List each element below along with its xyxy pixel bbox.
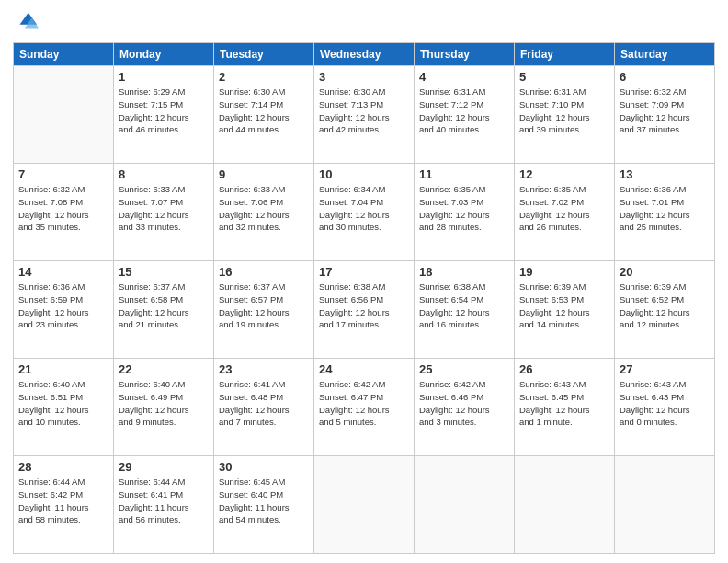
day-detail: Sunrise: 6:40 AM Sunset: 6:49 PM Dayligh… xyxy=(119,378,209,429)
calendar-cell: 26Sunrise: 6:43 AM Sunset: 6:45 PM Dayli… xyxy=(515,359,615,456)
day-number: 15 xyxy=(119,265,209,279)
day-number: 18 xyxy=(419,265,509,279)
day-number: 12 xyxy=(519,167,609,181)
weekday-wednesday: Wednesday xyxy=(314,43,415,66)
day-detail: Sunrise: 6:31 AM Sunset: 7:12 PM Dayligh… xyxy=(419,86,509,136)
day-detail: Sunrise: 6:37 AM Sunset: 6:58 PM Dayligh… xyxy=(119,281,209,331)
calendar-cell: 5Sunrise: 6:31 AM Sunset: 7:10 PM Daylig… xyxy=(515,66,615,164)
day-number: 11 xyxy=(419,167,509,181)
day-number: 8 xyxy=(119,167,209,181)
day-detail: Sunrise: 6:32 AM Sunset: 7:08 PM Dayligh… xyxy=(18,183,108,234)
logo xyxy=(13,9,42,35)
calendar-header: SundayMondayTuesdayWednesdayThursdayFrid… xyxy=(14,43,715,66)
calendar-cell: 1Sunrise: 6:29 AM Sunset: 7:15 PM Daylig… xyxy=(114,66,214,164)
day-number: 6 xyxy=(620,70,710,84)
week-row-4: 28Sunrise: 6:44 AM Sunset: 6:42 PM Dayli… xyxy=(14,456,715,554)
calendar-cell: 15Sunrise: 6:37 AM Sunset: 6:58 PM Dayli… xyxy=(114,261,214,359)
day-detail: Sunrise: 6:37 AM Sunset: 6:57 PM Dayligh… xyxy=(219,281,309,331)
day-detail: Sunrise: 6:29 AM Sunset: 7:15 PM Dayligh… xyxy=(119,86,209,136)
calendar-cell: 3Sunrise: 6:30 AM Sunset: 7:13 PM Daylig… xyxy=(314,66,415,164)
day-number: 9 xyxy=(219,167,309,181)
week-row-0: 1Sunrise: 6:29 AM Sunset: 7:15 PM Daylig… xyxy=(14,66,715,164)
day-number: 28 xyxy=(18,460,108,474)
calendar-table: SundayMondayTuesdayWednesdayThursdayFrid… xyxy=(13,42,715,554)
calendar-cell: 4Sunrise: 6:31 AM Sunset: 7:12 PM Daylig… xyxy=(415,66,515,164)
calendar-cell: 23Sunrise: 6:41 AM Sunset: 6:48 PM Dayli… xyxy=(214,359,314,456)
day-number: 4 xyxy=(419,70,509,84)
day-detail: Sunrise: 6:39 AM Sunset: 6:52 PM Dayligh… xyxy=(620,281,710,331)
calendar-cell: 20Sunrise: 6:39 AM Sunset: 6:52 PM Dayli… xyxy=(615,261,715,359)
calendar-cell: 22Sunrise: 6:40 AM Sunset: 6:49 PM Dayli… xyxy=(114,359,214,456)
day-number: 21 xyxy=(18,362,108,376)
calendar-cell xyxy=(415,456,515,554)
calendar-cell: 18Sunrise: 6:38 AM Sunset: 6:54 PM Dayli… xyxy=(415,261,515,359)
day-number: 24 xyxy=(319,362,409,376)
calendar-cell: 28Sunrise: 6:44 AM Sunset: 6:42 PM Dayli… xyxy=(14,456,114,554)
day-detail: Sunrise: 6:32 AM Sunset: 7:09 PM Dayligh… xyxy=(620,86,710,136)
day-number: 29 xyxy=(119,460,209,474)
calendar-cell: 11Sunrise: 6:35 AM Sunset: 7:03 PM Dayli… xyxy=(415,164,515,261)
weekday-friday: Friday xyxy=(515,43,615,66)
day-number: 19 xyxy=(519,265,609,279)
day-detail: Sunrise: 6:31 AM Sunset: 7:10 PM Dayligh… xyxy=(519,86,609,136)
day-detail: Sunrise: 6:38 AM Sunset: 6:54 PM Dayligh… xyxy=(419,281,509,331)
calendar-cell: 13Sunrise: 6:36 AM Sunset: 7:01 PM Dayli… xyxy=(615,164,715,261)
day-number: 7 xyxy=(18,167,108,181)
calendar-cell: 10Sunrise: 6:34 AM Sunset: 7:04 PM Dayli… xyxy=(314,164,415,261)
day-detail: Sunrise: 6:44 AM Sunset: 6:42 PM Dayligh… xyxy=(18,476,108,526)
day-detail: Sunrise: 6:41 AM Sunset: 6:48 PM Dayligh… xyxy=(219,378,309,429)
calendar-cell: 30Sunrise: 6:45 AM Sunset: 6:40 PM Dayli… xyxy=(214,456,314,554)
day-detail: Sunrise: 6:43 AM Sunset: 6:43 PM Dayligh… xyxy=(620,378,710,429)
calendar-cell: 19Sunrise: 6:39 AM Sunset: 6:53 PM Dayli… xyxy=(515,261,615,359)
week-row-2: 14Sunrise: 6:36 AM Sunset: 6:59 PM Dayli… xyxy=(14,261,715,359)
calendar-cell: 6Sunrise: 6:32 AM Sunset: 7:09 PM Daylig… xyxy=(615,66,715,164)
calendar-cell: 2Sunrise: 6:30 AM Sunset: 7:14 PM Daylig… xyxy=(214,66,314,164)
calendar-body: 1Sunrise: 6:29 AM Sunset: 7:15 PM Daylig… xyxy=(14,66,715,554)
day-number: 23 xyxy=(219,362,309,376)
day-detail: Sunrise: 6:42 AM Sunset: 6:46 PM Dayligh… xyxy=(419,378,509,429)
day-detail: Sunrise: 6:33 AM Sunset: 7:06 PM Dayligh… xyxy=(219,183,309,234)
day-number: 25 xyxy=(419,362,509,376)
calendar-cell: 16Sunrise: 6:37 AM Sunset: 6:57 PM Dayli… xyxy=(214,261,314,359)
day-number: 13 xyxy=(620,167,710,181)
week-row-3: 21Sunrise: 6:40 AM Sunset: 6:51 PM Dayli… xyxy=(14,359,715,456)
calendar-cell: 7Sunrise: 6:32 AM Sunset: 7:08 PM Daylig… xyxy=(14,164,114,261)
day-detail: Sunrise: 6:42 AM Sunset: 6:47 PM Dayligh… xyxy=(319,378,409,429)
week-row-1: 7Sunrise: 6:32 AM Sunset: 7:08 PM Daylig… xyxy=(14,164,715,261)
day-number: 14 xyxy=(18,265,108,279)
day-number: 20 xyxy=(620,265,710,279)
day-number: 30 xyxy=(219,460,309,474)
day-number: 16 xyxy=(219,265,309,279)
calendar-cell: 12Sunrise: 6:35 AM Sunset: 7:02 PM Dayli… xyxy=(515,164,615,261)
calendar-cell xyxy=(615,456,715,554)
page: SundayMondayTuesdayWednesdayThursdayFrid… xyxy=(0,0,728,563)
calendar-cell xyxy=(14,66,114,164)
day-number: 5 xyxy=(519,70,609,84)
day-detail: Sunrise: 6:34 AM Sunset: 7:04 PM Dayligh… xyxy=(319,183,409,234)
day-detail: Sunrise: 6:35 AM Sunset: 7:03 PM Dayligh… xyxy=(419,183,509,234)
weekday-sunday: Sunday xyxy=(14,43,114,66)
day-detail: Sunrise: 6:44 AM Sunset: 6:41 PM Dayligh… xyxy=(119,476,209,526)
logo-icon xyxy=(13,9,39,35)
calendar-cell: 14Sunrise: 6:36 AM Sunset: 6:59 PM Dayli… xyxy=(14,261,114,359)
calendar-cell: 27Sunrise: 6:43 AM Sunset: 6:43 PM Dayli… xyxy=(615,359,715,456)
weekday-row: SundayMondayTuesdayWednesdayThursdayFrid… xyxy=(14,43,715,66)
day-detail: Sunrise: 6:40 AM Sunset: 6:51 PM Dayligh… xyxy=(18,378,108,429)
weekday-tuesday: Tuesday xyxy=(214,43,314,66)
day-number: 17 xyxy=(319,265,409,279)
day-detail: Sunrise: 6:30 AM Sunset: 7:14 PM Dayligh… xyxy=(219,86,309,136)
header xyxy=(13,9,715,35)
calendar-cell: 29Sunrise: 6:44 AM Sunset: 6:41 PM Dayli… xyxy=(114,456,214,554)
day-detail: Sunrise: 6:43 AM Sunset: 6:45 PM Dayligh… xyxy=(519,378,609,429)
calendar-cell xyxy=(515,456,615,554)
day-detail: Sunrise: 6:39 AM Sunset: 6:53 PM Dayligh… xyxy=(519,281,609,331)
day-number: 10 xyxy=(319,167,409,181)
day-detail: Sunrise: 6:30 AM Sunset: 7:13 PM Dayligh… xyxy=(319,86,409,136)
day-number: 27 xyxy=(620,362,710,376)
calendar-cell: 24Sunrise: 6:42 AM Sunset: 6:47 PM Dayli… xyxy=(314,359,415,456)
calendar-cell: 8Sunrise: 6:33 AM Sunset: 7:07 PM Daylig… xyxy=(114,164,214,261)
weekday-monday: Monday xyxy=(114,43,214,66)
calendar-cell xyxy=(314,456,415,554)
calendar-cell: 21Sunrise: 6:40 AM Sunset: 6:51 PM Dayli… xyxy=(14,359,114,456)
calendar-cell: 25Sunrise: 6:42 AM Sunset: 6:46 PM Dayli… xyxy=(415,359,515,456)
